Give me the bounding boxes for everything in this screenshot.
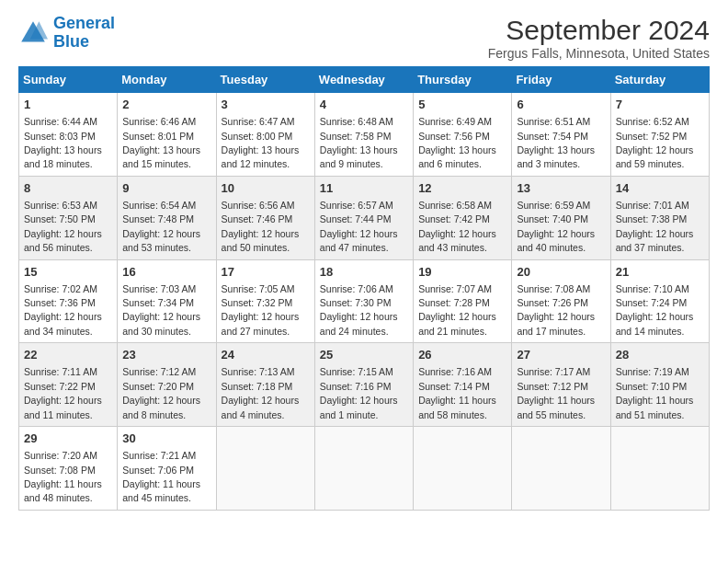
calendar-body: 1Sunrise: 6:44 AMSunset: 8:03 PMDaylight… bbox=[19, 93, 710, 511]
table-row: 7Sunrise: 6:52 AMSunset: 7:52 PMDaylight… bbox=[610, 93, 709, 177]
day-info: Sunrise: 6:58 AMSunset: 7:42 PMDaylight:… bbox=[418, 200, 496, 253]
day-info: Sunrise: 7:05 AMSunset: 7:32 PMDaylight:… bbox=[222, 283, 300, 337]
day-number: 17 bbox=[222, 264, 310, 281]
table-row: 6Sunrise: 6:51 AMSunset: 7:54 PMDaylight… bbox=[512, 93, 610, 177]
table-row: 18Sunrise: 7:06 AMSunset: 7:30 PMDayligh… bbox=[314, 259, 413, 343]
table-row: 4Sunrise: 6:48 AMSunset: 7:58 PMDaylight… bbox=[314, 93, 413, 177]
col-tuesday: Tuesday bbox=[216, 67, 314, 93]
table-row: 24Sunrise: 7:13 AMSunset: 7:18 PMDayligh… bbox=[216, 343, 314, 427]
day-info: Sunrise: 7:21 AMSunset: 7:06 PMDaylight:… bbox=[122, 450, 200, 503]
day-number: 8 bbox=[24, 180, 112, 197]
day-info: Sunrise: 6:53 AMSunset: 7:50 PMDaylight:… bbox=[24, 200, 102, 253]
table-row: 29Sunrise: 7:20 AMSunset: 7:08 PMDayligh… bbox=[19, 427, 118, 511]
subtitle: Fergus Falls, Minnesota, United States bbox=[488, 46, 710, 61]
day-info: Sunrise: 7:08 AMSunset: 7:26 PMDaylight:… bbox=[517, 283, 595, 337]
table-row: 28Sunrise: 7:19 AMSunset: 7:10 PMDayligh… bbox=[610, 343, 709, 427]
table-row: 20Sunrise: 7:08 AMSunset: 7:26 PMDayligh… bbox=[512, 259, 610, 343]
day-number: 4 bbox=[320, 97, 408, 113]
day-info: Sunrise: 7:07 AMSunset: 7:28 PMDaylight:… bbox=[418, 283, 496, 337]
day-number: 22 bbox=[24, 347, 112, 363]
day-number: 30 bbox=[122, 431, 210, 447]
logo-line1: General bbox=[53, 14, 115, 32]
day-info: Sunrise: 6:56 AMSunset: 7:46 PMDaylight:… bbox=[222, 200, 300, 253]
day-number: 28 bbox=[616, 347, 704, 363]
table-row: 30Sunrise: 7:21 AMSunset: 7:06 PMDayligh… bbox=[118, 427, 216, 511]
day-info: Sunrise: 6:59 AMSunset: 7:40 PMDaylight:… bbox=[517, 200, 595, 253]
table-row: 26Sunrise: 7:16 AMSunset: 7:14 PMDayligh… bbox=[414, 343, 512, 427]
table-row: 17Sunrise: 7:05 AMSunset: 7:32 PMDayligh… bbox=[216, 259, 314, 343]
day-info: Sunrise: 7:02 AMSunset: 7:36 PMDaylight:… bbox=[24, 283, 102, 337]
day-info: Sunrise: 7:16 AMSunset: 7:14 PMDaylight:… bbox=[418, 366, 496, 419]
table-row bbox=[314, 427, 413, 511]
day-info: Sunrise: 7:20 AMSunset: 7:08 PMDaylight:… bbox=[24, 450, 102, 503]
day-info: Sunrise: 6:47 AMSunset: 8:00 PMDaylight:… bbox=[222, 116, 300, 169]
day-info: Sunrise: 7:19 AMSunset: 7:10 PMDaylight:… bbox=[616, 366, 694, 419]
day-number: 14 bbox=[616, 180, 704, 197]
day-number: 27 bbox=[517, 347, 605, 363]
day-number: 21 bbox=[616, 264, 704, 281]
day-number: 9 bbox=[122, 180, 210, 197]
day-info: Sunrise: 7:17 AMSunset: 7:12 PMDaylight:… bbox=[517, 366, 595, 419]
day-info: Sunrise: 6:44 AMSunset: 8:03 PMDaylight:… bbox=[24, 116, 102, 169]
table-row bbox=[414, 427, 512, 511]
day-number: 2 bbox=[122, 97, 210, 113]
day-info: Sunrise: 7:01 AMSunset: 7:38 PMDaylight:… bbox=[616, 200, 694, 253]
day-number: 10 bbox=[222, 180, 310, 197]
table-row: 23Sunrise: 7:12 AMSunset: 7:20 PMDayligh… bbox=[118, 343, 216, 427]
calendar-header-row: Sunday Monday Tuesday Wednesday Thursday… bbox=[19, 67, 710, 93]
table-row: 2Sunrise: 6:46 AMSunset: 8:01 PMDaylight… bbox=[118, 93, 216, 177]
table-row: 27Sunrise: 7:17 AMSunset: 7:12 PMDayligh… bbox=[512, 343, 610, 427]
table-row: 21Sunrise: 7:10 AMSunset: 7:24 PMDayligh… bbox=[610, 259, 709, 343]
table-row: 14Sunrise: 7:01 AMSunset: 7:38 PMDayligh… bbox=[610, 176, 709, 259]
day-number: 19 bbox=[418, 264, 506, 281]
table-row: 22Sunrise: 7:11 AMSunset: 7:22 PMDayligh… bbox=[19, 343, 118, 427]
day-number: 15 bbox=[24, 264, 112, 281]
page: General Blue September 2024 Fergus Falls… bbox=[0, 0, 728, 563]
table-row: 19Sunrise: 7:07 AMSunset: 7:28 PMDayligh… bbox=[414, 259, 512, 343]
day-info: Sunrise: 7:12 AMSunset: 7:20 PMDaylight:… bbox=[122, 366, 200, 419]
calendar-table: Sunday Monday Tuesday Wednesday Thursday… bbox=[18, 66, 710, 511]
day-number: 26 bbox=[418, 347, 506, 363]
day-number: 18 bbox=[320, 264, 408, 281]
table-row: 9Sunrise: 6:54 AMSunset: 7:48 PMDaylight… bbox=[118, 176, 216, 259]
table-row: 16Sunrise: 7:03 AMSunset: 7:34 PMDayligh… bbox=[118, 259, 216, 343]
main-title: September 2024 bbox=[488, 15, 710, 46]
day-info: Sunrise: 6:52 AMSunset: 7:52 PMDaylight:… bbox=[616, 116, 694, 169]
table-row: 25Sunrise: 7:15 AMSunset: 7:16 PMDayligh… bbox=[314, 343, 413, 427]
day-info: Sunrise: 7:03 AMSunset: 7:34 PMDaylight:… bbox=[122, 283, 200, 337]
day-info: Sunrise: 6:54 AMSunset: 7:48 PMDaylight:… bbox=[122, 200, 200, 253]
day-number: 1 bbox=[24, 97, 112, 113]
day-info: Sunrise: 7:06 AMSunset: 7:30 PMDaylight:… bbox=[320, 283, 398, 337]
title-block: September 2024 Fergus Falls, Minnesota, … bbox=[488, 15, 710, 61]
day-number: 12 bbox=[418, 180, 506, 197]
day-number: 16 bbox=[122, 264, 210, 281]
table-row: 10Sunrise: 6:56 AMSunset: 7:46 PMDayligh… bbox=[216, 176, 314, 259]
day-number: 5 bbox=[418, 97, 506, 113]
header: General Blue September 2024 Fergus Falls… bbox=[18, 15, 710, 61]
table-row: 12Sunrise: 6:58 AMSunset: 7:42 PMDayligh… bbox=[414, 176, 512, 259]
col-friday: Friday bbox=[512, 67, 610, 93]
col-saturday: Saturday bbox=[610, 67, 709, 93]
day-info: Sunrise: 7:11 AMSunset: 7:22 PMDaylight:… bbox=[24, 366, 102, 419]
day-number: 6 bbox=[517, 97, 605, 113]
day-info: Sunrise: 7:15 AMSunset: 7:16 PMDaylight:… bbox=[320, 366, 398, 419]
table-row: 5Sunrise: 6:49 AMSunset: 7:56 PMDaylight… bbox=[414, 93, 512, 177]
col-thursday: Thursday bbox=[414, 67, 512, 93]
col-sunday: Sunday bbox=[19, 67, 118, 93]
table-row: 3Sunrise: 6:47 AMSunset: 8:00 PMDaylight… bbox=[216, 93, 314, 177]
day-number: 3 bbox=[222, 97, 310, 113]
table-row bbox=[216, 427, 314, 511]
day-info: Sunrise: 6:48 AMSunset: 7:58 PMDaylight:… bbox=[320, 116, 398, 169]
col-wednesday: Wednesday bbox=[314, 67, 413, 93]
day-info: Sunrise: 6:49 AMSunset: 7:56 PMDaylight:… bbox=[418, 116, 496, 169]
table-row: 8Sunrise: 6:53 AMSunset: 7:50 PMDaylight… bbox=[19, 176, 118, 259]
day-number: 24 bbox=[222, 347, 310, 363]
day-number: 11 bbox=[320, 180, 408, 197]
day-info: Sunrise: 6:57 AMSunset: 7:44 PMDaylight:… bbox=[320, 200, 398, 253]
table-row: 15Sunrise: 7:02 AMSunset: 7:36 PMDayligh… bbox=[19, 259, 118, 343]
logo: General Blue bbox=[18, 15, 115, 52]
day-info: Sunrise: 7:13 AMSunset: 7:18 PMDaylight:… bbox=[222, 366, 300, 419]
logo-text: General Blue bbox=[53, 15, 115, 52]
day-number: 29 bbox=[24, 431, 112, 447]
day-info: Sunrise: 6:46 AMSunset: 8:01 PMDaylight:… bbox=[122, 116, 200, 169]
